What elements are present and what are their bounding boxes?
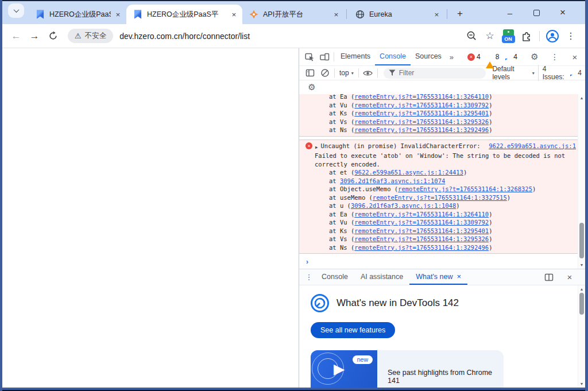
tab-console[interactable]: Console [375,48,411,65]
stack-link[interactable]: 9622.e599a651.async.js:1:24413 [354,169,463,176]
scrollbar-thumb[interactable] [579,293,584,315]
back-button[interactable]: ← [7,27,25,45]
forward-button[interactable]: → [25,27,44,45]
message-badge[interactable]: 4 [504,53,517,61]
window-close-button[interactable]: × [550,4,576,21]
stack-link[interactable]: remoteEntry.js?t=1765531164:1:3268325 [398,185,532,192]
tab-elements[interactable]: Elements [336,48,375,65]
address-bar[interactable]: ⚠ 不安全 dev.hzero.com.cn/horc/connector/li… [64,27,457,45]
new-tab-button[interactable]: + [452,6,467,21]
scroll-up-arrow[interactable]: ▲ [578,287,585,291]
browser-menu-button[interactable]: ⋮ [562,28,579,45]
drawer-tab-whats-new[interactable]: What's new × [409,269,467,285]
tab-search-button[interactable] [8,3,24,18]
stack-link[interactable]: remoteEntry.js?t=1765531164:1:3309792 [354,102,489,109]
error-title: Uncaught (in promise) InvalidCharacterEr… [321,142,481,150]
extensions-button[interactable] [518,28,535,45]
tab-hzero-2-active[interactable]: HZERO企业级PaaS平 × [126,5,242,24]
tab-close-icon[interactable]: × [331,10,341,20]
scrollbar-thumb[interactable] [579,223,584,258]
tab-close-icon[interactable]: × [229,10,239,20]
scroll-up-arrow[interactable]: ▲ [578,96,585,100]
extension-on-button[interactable]: ON [500,28,517,45]
minimize-button[interactable]: – [497,4,523,21]
tab-close-icon[interactable]: × [113,10,123,20]
more-panels-button[interactable]: » [446,53,457,61]
warning-icon: ! [486,53,494,60]
sidebar-panel-icon [305,68,315,78]
console-prompt[interactable]: › [299,254,578,266]
toolbar-divider [377,68,378,78]
stack-link[interactable]: remoteEntry.js?t=1765531164:1:3264110 [354,94,489,100]
reload-button[interactable] [44,27,62,45]
stack-link[interactable]: remoteEntry.js?t=1765531164:1:3295401 [354,110,489,117]
security-chip[interactable]: ⚠ 不安全 [68,29,113,43]
device-toolbar-icon [320,52,330,62]
stack-link[interactable]: remoteEntry.js?t=1765531164:1:3295326 [354,118,489,125]
stack-frame: at Vu (remoteEntry.js?t=1765531164:1:330… [299,101,578,110]
devtools-menu-button[interactable]: ⋮ [547,49,562,64]
warning-badge[interactable]: ! 8 [486,53,500,61]
device-toolbar-button[interactable] [317,49,332,64]
stack-link[interactable]: remoteEntry.js?t=1765531164:1:3295326 [354,235,489,242]
stack-link[interactable]: remoteEntry.js?t=1765531164:1:3264110 [354,211,489,218]
warning-count: 8 [496,53,500,61]
live-expression-button[interactable] [361,65,376,80]
stack-frame: at Ns (remoteEntry.js?t=1765531164:1:329… [299,243,578,252]
stack-link[interactable]: 3096.2d1f6af3.async.js:1:1048 [351,202,456,209]
profile-button[interactable] [544,28,561,45]
stack-link[interactable]: 3096.2d1f6af3.async.js:1:1074 [340,177,445,184]
console-scrollbar[interactable]: ▲ ▼ [578,94,585,269]
clear-console-button[interactable] [318,65,332,80]
error-header[interactable]: × ▶ Uncaught (in promise) InvalidCharact… [299,141,578,152]
stack-frame: at Vu (remoteEntry.js?t=1765531164:1:330… [299,218,578,227]
tab-api-platform[interactable]: API开放平台 × [242,5,345,24]
issues-counter[interactable]: 4 Issues: 4 [538,65,582,81]
devtools-panel: Elements Console Sources » × 4 ! 8 4 [299,48,585,388]
expand-triangle-icon[interactable]: ▶ [315,144,318,152]
split-panel-button[interactable] [541,270,556,285]
stack-link[interactable]: remoteEntry.js?t=1765531164:1:3292496 [354,126,489,133]
zoom-out-button[interactable] [463,28,480,45]
stack-link[interactable]: remoteEntry.js?t=1765531164:1:3309792 [354,219,489,226]
video-thumbnail[interactable]: ▶ new [311,350,377,388]
context-selector[interactable]: top ▾ [336,69,357,77]
inspect-element-button[interactable] [302,49,317,64]
url-text: dev.hzero.com.cn/horc/connector/list [119,32,250,41]
tab-sources[interactable]: Sources [411,48,446,65]
past-highlights-card[interactable]: ▶ new See past highlights from Chrome 14… [311,350,504,388]
scroll-down-arrow[interactable]: ▼ [578,382,585,386]
whats-new-scrollbar[interactable]: ▲ ▼ [578,285,585,388]
drawer-menu-button[interactable]: ⋮ [303,271,315,284]
stack-link[interactable]: remoteEntry.js?t=1765531164:1:3292496 [354,244,489,251]
console-settings-button[interactable]: ⚙ [304,80,319,95]
tab-hzero-1[interactable]: HZERO企业级PaaS平 × [29,5,126,24]
drawer-close-button[interactable]: × [562,270,577,285]
devtools-close-button[interactable]: × [567,49,582,64]
toolbar-divider [334,68,335,78]
stack-frame: at Ks (remoteEntry.js?t=1765531164:1:329… [299,227,578,235]
tab-close-icon[interactable]: × [432,10,442,20]
see-all-features-button[interactable]: See all new features [311,322,395,338]
maximize-button[interactable] [523,4,550,21]
drawer-tab-console[interactable]: Console [315,269,354,285]
bookmark-button[interactable]: ☆ [481,28,498,45]
main-area: Elements Console Sources » × 4 ! 8 4 [2,48,585,388]
error-badge[interactable]: × 4 [467,53,481,61]
window-bottom-edge [2,388,585,391]
error-source-link[interactable]: 9622.e599a651.async.js:1 [484,142,576,150]
drawer-tab-close-icon[interactable]: × [457,272,461,281]
play-icon[interactable]: ▶ [334,361,345,377]
log-levels-selector[interactable]: Default levels ▾ [490,65,536,81]
tab-eureka[interactable]: Eureka × [349,5,445,24]
drawer-tab-ai-assistance[interactable]: AI assistance [354,269,409,285]
stack-link[interactable]: remoteEntry.js?t=1765531164:1:3327515 [373,194,507,201]
whats-new-panel: What's new in DevTools 142 See all new f… [299,285,585,388]
devtools-settings-button[interactable]: ⚙ [527,49,542,64]
console-filter[interactable] [384,68,486,79]
scroll-down-arrow[interactable]: ▼ [578,263,585,267]
filter-input[interactable] [399,69,479,77]
console-sidebar-toggle[interactable] [303,65,318,80]
whats-new-title: What's new in DevTools 142 [336,297,459,309]
stack-link[interactable]: remoteEntry.js?t=1765531164:1:3295401 [354,227,489,234]
